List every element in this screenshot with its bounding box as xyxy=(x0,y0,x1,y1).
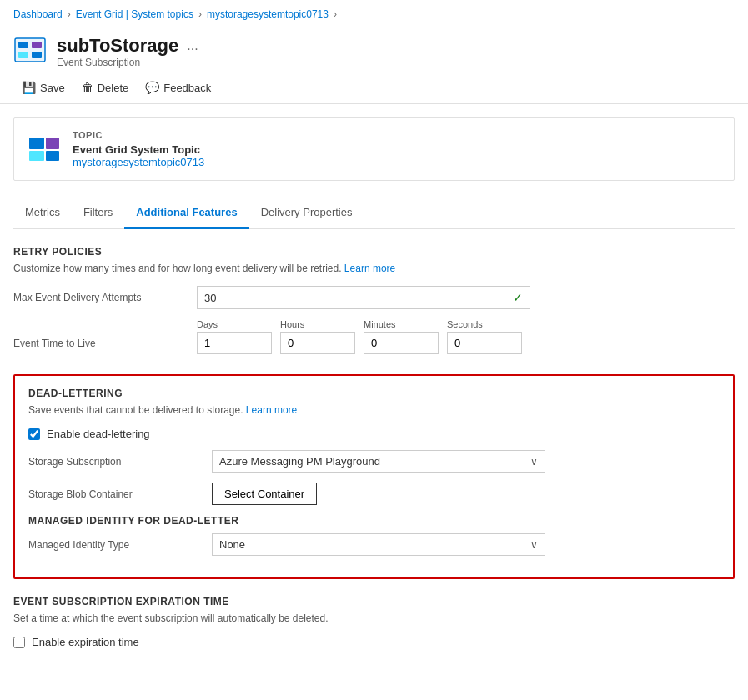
max-delivery-label: Max Event Delivery Attempts xyxy=(13,292,197,303)
dead-lettering-desc: Save events that cannot be delivered to … xyxy=(28,404,720,416)
enable-expiration-row: Enable expiration time xyxy=(13,636,735,648)
managed-identity-select[interactable]: None ∨ xyxy=(212,533,545,556)
svg-rect-5 xyxy=(29,138,44,149)
header-title-block: subToStorage ... Event Subscription xyxy=(57,35,198,68)
days-label: Days xyxy=(197,319,272,329)
storage-subscription-row: Storage Subscription Azure Messaging PM … xyxy=(28,450,720,472)
storage-blob-row: Storage Blob Container Select Container xyxy=(28,482,720,505)
topic-label: TOPIC xyxy=(73,130,204,140)
select-container-button[interactable]: Select Container xyxy=(212,482,317,505)
dead-lettering-section: DEAD-LETTERING Save events that cannot b… xyxy=(13,374,735,579)
enable-dead-lettering-row: Enable dead-lettering xyxy=(28,428,720,440)
storage-subscription-control: Azure Messaging PM Playground ∨ xyxy=(212,450,720,472)
ttl-label: Event Time to Live xyxy=(13,319,197,349)
tab-filters[interactable]: Filters xyxy=(72,198,124,229)
toolbar: 💾 Save 🗑 Delete 💬 Feedback xyxy=(0,72,748,104)
page-title: subToStorage xyxy=(57,35,178,57)
managed-identity-control: None ∨ xyxy=(212,533,720,556)
header-menu-button[interactable]: ... xyxy=(187,38,198,53)
retry-policies-title: RETRY POLICIES xyxy=(13,246,735,258)
ttl-minutes-field: Minutes xyxy=(364,319,439,354)
retry-learn-more[interactable]: Learn more xyxy=(344,262,395,274)
svg-rect-4 xyxy=(32,52,42,58)
max-delivery-row: Max Event Delivery Attempts 30 ✓ xyxy=(13,286,735,309)
days-input[interactable] xyxy=(197,332,272,354)
ttl-seconds-field: Seconds xyxy=(447,319,522,354)
storage-blob-control: Select Container xyxy=(212,482,720,505)
seconds-input[interactable] xyxy=(447,332,522,354)
breadcrumb: Dashboard › Event Grid | System topics ›… xyxy=(0,0,748,28)
svg-rect-7 xyxy=(29,151,44,161)
save-button[interactable]: 💾 Save xyxy=(13,77,73,98)
managed-identity-chevron-icon: ∨ xyxy=(530,539,538,551)
hours-label: Hours xyxy=(280,319,355,329)
tabs: Metrics Filters Additional Features Deli… xyxy=(13,198,735,229)
expiration-title: EVENT SUBSCRIPTION EXPIRATION TIME xyxy=(13,596,735,608)
topic-icon xyxy=(28,134,61,164)
svg-rect-1 xyxy=(18,42,28,48)
topic-link[interactable]: mystoragesystemtopic0713 xyxy=(73,156,204,168)
tab-delivery-properties[interactable]: Delivery Properties xyxy=(249,198,364,229)
dead-lettering-title: DEAD-LETTERING xyxy=(28,388,720,399)
topic-info: TOPIC Event Grid System Topic mystorages… xyxy=(73,130,204,168)
hours-input[interactable] xyxy=(280,332,355,354)
chevron-down-icon: ∨ xyxy=(530,456,538,468)
enable-dead-lettering-checkbox[interactable] xyxy=(28,428,40,440)
topic-card: TOPIC Event Grid System Topic mystorages… xyxy=(13,118,735,181)
storage-subscription-select[interactable]: Azure Messaging PM Playground ∨ xyxy=(212,450,545,472)
managed-identity-subtitle: MANAGED IDENTITY FOR DEAD-LETTER xyxy=(28,515,720,527)
retry-policies-desc: Customize how many times and for how lon… xyxy=(13,262,735,274)
seconds-label: Seconds xyxy=(447,319,522,329)
main-content: TOPIC Event Grid System Topic mystorages… xyxy=(0,104,748,672)
dead-lettering-learn-more[interactable]: Learn more xyxy=(246,404,297,416)
retry-policies-section: RETRY POLICIES Customize how many times … xyxy=(13,246,735,354)
svg-rect-8 xyxy=(46,151,59,161)
expiration-desc: Set a time at which the event subscripti… xyxy=(13,612,735,624)
max-delivery-select[interactable]: 30 ✓ xyxy=(197,286,530,309)
topic-name: Event Grid System Topic xyxy=(73,143,204,156)
enable-dead-lettering-label: Enable dead-lettering xyxy=(47,428,150,440)
breadcrumb-topic[interactable]: mystoragesystemtopic0713 xyxy=(207,8,329,20)
svg-rect-3 xyxy=(18,52,28,58)
delete-icon: 🗑 xyxy=(82,81,93,94)
enable-expiration-checkbox[interactable] xyxy=(13,637,25,648)
ttl-row: Event Time to Live Days Hours Minutes Se… xyxy=(13,319,735,354)
svg-rect-2 xyxy=(32,42,42,48)
ttl-fields: Days Hours Minutes Seconds xyxy=(197,319,522,354)
save-icon: 💾 xyxy=(22,81,36,94)
max-delivery-control: 30 ✓ xyxy=(197,286,735,309)
storage-subscription-label: Storage Subscription xyxy=(28,456,212,468)
checkmark-icon: ✓ xyxy=(513,291,523,304)
managed-identity-row: Managed Identity Type None ∨ xyxy=(28,533,720,556)
feedback-icon: 💬 xyxy=(145,81,159,94)
header-icon xyxy=(13,35,47,68)
page-subtitle: Event Subscription xyxy=(57,57,198,68)
expiration-section: EVENT SUBSCRIPTION EXPIRATION TIME Set a… xyxy=(13,596,735,648)
breadcrumb-dashboard[interactable]: Dashboard xyxy=(13,8,63,20)
delete-button[interactable]: 🗑 Delete xyxy=(73,77,138,98)
feedback-button[interactable]: 💬 Feedback xyxy=(137,77,219,98)
tab-metrics[interactable]: Metrics xyxy=(13,198,72,229)
svg-rect-6 xyxy=(46,138,59,149)
breadcrumb-event-grid[interactable]: Event Grid | System topics xyxy=(76,8,193,20)
tab-additional-features[interactable]: Additional Features xyxy=(124,198,248,229)
minutes-label: Minutes xyxy=(364,319,439,329)
managed-identity-label: Managed Identity Type xyxy=(28,539,212,551)
page-header: subToStorage ... Event Subscription xyxy=(0,28,748,72)
storage-blob-label: Storage Blob Container xyxy=(28,488,212,500)
minutes-input[interactable] xyxy=(364,332,439,354)
ttl-hours-field: Hours xyxy=(280,319,355,354)
enable-expiration-label: Enable expiration time xyxy=(32,636,139,648)
ttl-days-field: Days xyxy=(197,319,272,354)
